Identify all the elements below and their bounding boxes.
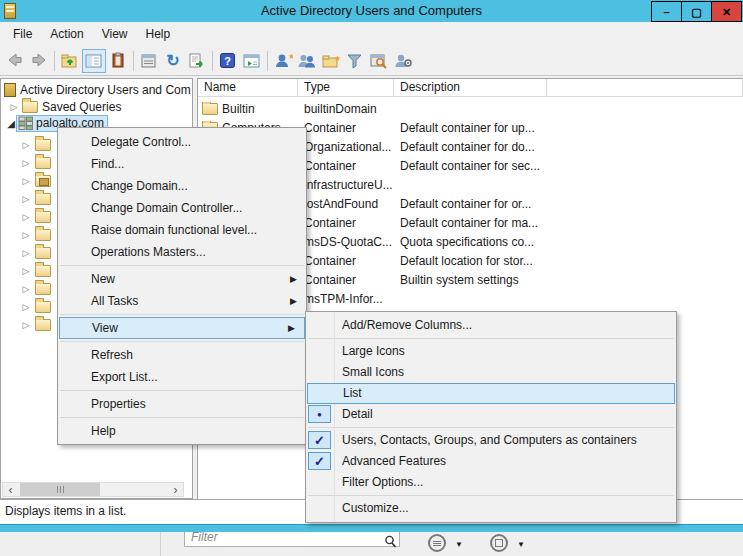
tree-child-item[interactable] xyxy=(21,172,51,190)
menu-item-all-tasks[interactable]: All Tasks xyxy=(58,290,306,312)
menu-item-export-list[interactable]: Export List... xyxy=(58,366,306,388)
search-icon[interactable] xyxy=(384,535,397,548)
menu-item-raise-domain-functional-level[interactable]: Raise domain functional level... xyxy=(58,219,306,241)
menu-item-change-domain-controller[interactable]: Change Domain Controller... xyxy=(58,197,306,219)
help-icon[interactable]: ? xyxy=(216,49,240,73)
tree-child-item[interactable] xyxy=(21,262,51,280)
ou-folder-icon xyxy=(35,175,51,187)
show-console-tree-icon[interactable] xyxy=(82,49,106,73)
menu-item-list[interactable]: List xyxy=(307,383,675,404)
export-list-icon[interactable] xyxy=(185,49,209,73)
tree-child-item[interactable] xyxy=(21,316,51,334)
svg-text:★: ★ xyxy=(288,52,293,61)
folder-icon xyxy=(22,101,38,113)
toolbar: ↻ ? ★ ★ xyxy=(0,46,743,76)
submenu-arrow-icon xyxy=(290,268,297,290)
user-settings-icon[interactable] xyxy=(391,49,415,73)
menu-file[interactable]: File xyxy=(4,25,41,43)
new-group-icon[interactable] xyxy=(295,49,319,73)
folder-icon xyxy=(35,193,51,205)
filter-icon[interactable] xyxy=(343,49,367,73)
save-button[interactable] xyxy=(490,534,508,552)
tree-child-item[interactable] xyxy=(21,208,51,226)
menu-item-filter-options[interactable]: Filter Options... xyxy=(306,472,676,493)
console-root-icon xyxy=(4,83,16,97)
find-objects-icon[interactable] xyxy=(367,49,391,73)
tree-child-item[interactable] xyxy=(21,244,51,262)
menu-item-find[interactable]: Find... xyxy=(58,153,306,175)
menu-item-add-remove-columns[interactable]: Add/Remove Columns... xyxy=(306,315,676,336)
folder-icon xyxy=(35,265,51,277)
close-button[interactable]: ✕ xyxy=(711,1,742,22)
tree-root[interactable]: Active Directory Users and Com xyxy=(4,81,191,99)
list-icon xyxy=(433,540,441,547)
save-caret-icon[interactable] xyxy=(517,540,525,549)
menu-item-view[interactable]: View xyxy=(59,317,305,339)
menu-separator xyxy=(60,314,304,315)
status-text: Displays items in a list. xyxy=(5,504,126,518)
tree-child-item[interactable] xyxy=(21,298,51,316)
menu-item-small-icons[interactable]: Small Icons xyxy=(306,362,676,383)
scroll-right-icon[interactable] xyxy=(168,483,183,496)
show-window-icon[interactable] xyxy=(240,49,264,73)
submenu-arrow-icon xyxy=(290,290,297,312)
up-one-level-icon[interactable] xyxy=(58,49,82,73)
maximize-button[interactable]: ▢ xyxy=(681,1,712,22)
menu-item-refresh[interactable]: Refresh xyxy=(58,344,306,366)
menu-help[interactable]: Help xyxy=(137,25,180,43)
column-name[interactable]: Name xyxy=(198,79,298,96)
list-row[interactable]: BuiltinbuiltinDomain xyxy=(198,99,743,118)
menu-bar: File Action View Help xyxy=(0,22,743,46)
tree-child-item[interactable] xyxy=(21,136,51,154)
horizontal-scrollbar[interactable] xyxy=(2,482,184,497)
properties-clipboard-icon[interactable] xyxy=(106,49,130,73)
menu-separator xyxy=(308,427,674,428)
folder-icon xyxy=(35,319,51,331)
menu-item-help[interactable]: Help xyxy=(58,420,306,442)
menu-item-properties[interactable]: Properties xyxy=(58,393,306,415)
properties-window-icon[interactable] xyxy=(137,49,161,73)
new-ou-icon[interactable]: ★ xyxy=(319,49,343,73)
svg-text:★: ★ xyxy=(334,54,341,63)
back-icon[interactable] xyxy=(3,49,27,73)
menu-item-delegate-control[interactable]: Delegate Control... xyxy=(58,131,306,153)
domain-icon xyxy=(18,116,33,130)
folder-icon xyxy=(35,157,51,169)
new-user-icon[interactable]: ★ xyxy=(271,49,295,73)
expander-icon[interactable] xyxy=(9,102,19,112)
tree-child-item[interactable] xyxy=(21,280,51,298)
folder-icon xyxy=(35,211,51,223)
list-options-button[interactable] xyxy=(428,534,446,552)
menu-action[interactable]: Action xyxy=(41,25,92,43)
title-bar: Active Directory Users and Computers – ▢… xyxy=(0,0,743,22)
forward-icon[interactable] xyxy=(27,49,51,73)
menu-separator xyxy=(308,495,674,496)
menu-item-users-contacts-groups-computers[interactable]: Users, Contacts, Groups, and Computers a… xyxy=(306,430,676,451)
menu-item-customize[interactable]: Customize... xyxy=(306,498,676,519)
checkmark-icon xyxy=(308,431,331,449)
refresh-icon[interactable]: ↻ xyxy=(161,49,185,73)
menu-separator xyxy=(60,417,304,418)
menu-item-large-icons[interactable]: Large Icons xyxy=(306,341,676,362)
menu-item-new[interactable]: New xyxy=(58,268,306,290)
tree-child-item[interactable] xyxy=(21,226,51,244)
scroll-left-icon[interactable] xyxy=(3,483,18,496)
menu-item-advanced-features[interactable]: Advanced Features xyxy=(306,451,676,472)
radio-selected-icon xyxy=(308,405,331,423)
menu-item-change-domain[interactable]: Change Domain... xyxy=(58,175,306,197)
menu-separator xyxy=(60,390,304,391)
list-options-caret-icon[interactable] xyxy=(455,540,463,549)
menu-view[interactable]: View xyxy=(93,25,137,43)
menu-item-detail[interactable]: Detail xyxy=(306,404,676,425)
minimize-button[interactable]: – xyxy=(651,1,682,22)
menu-separator xyxy=(60,341,304,342)
scrollbar-thumb[interactable] xyxy=(20,483,100,496)
column-type[interactable]: Type xyxy=(298,79,394,96)
tree-child-item[interactable] xyxy=(21,154,51,172)
column-description[interactable]: Description xyxy=(394,79,547,96)
folder-icon xyxy=(35,283,51,295)
tree-child-item[interactable] xyxy=(21,190,51,208)
folder-icon xyxy=(202,103,218,115)
expander-icon[interactable] xyxy=(6,118,16,129)
menu-item-operations-masters[interactable]: Operations Masters... xyxy=(58,241,306,263)
